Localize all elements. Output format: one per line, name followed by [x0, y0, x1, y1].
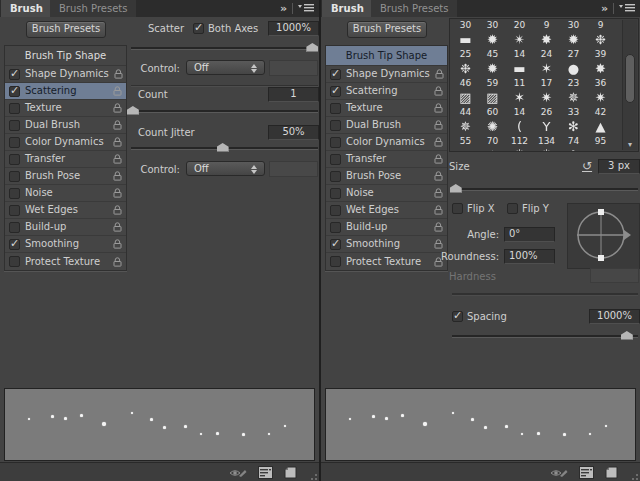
setting-enabled-checkbox[interactable] — [330, 256, 341, 267]
spacing-checkbox[interactable] — [452, 311, 463, 322]
brush-preset-thumbnail[interactable]: ✵ — [452, 118, 479, 135]
settings-item-shape-dynamics[interactable]: Shape Dynamics — [5, 66, 126, 83]
scrollbar-thumb[interactable] — [625, 54, 635, 103]
live-tip-preview-icon[interactable] — [229, 466, 247, 481]
setting-enabled-checkbox[interactable] — [9, 86, 20, 97]
brush-preset-thumbnail[interactable]: ▲ — [587, 118, 614, 135]
settings-item-dual-brush[interactable]: Dual Brush — [326, 117, 447, 134]
brush-preset-thumbnail[interactable]: ✹ — [479, 31, 506, 48]
brush-preset-thumbnail[interactable]: ✴ — [506, 31, 533, 48]
setting-enabled-checkbox[interactable] — [9, 256, 20, 267]
setting-enabled-checkbox[interactable] — [9, 154, 20, 165]
setting-enabled-checkbox[interactable] — [9, 171, 20, 182]
flip-y-checkbox[interactable] — [507, 203, 518, 214]
brush-preset-thumbnail[interactable]: ▨ — [479, 89, 506, 106]
collapse-panels-icon[interactable]: » — [280, 4, 287, 14]
settings-item-transfer[interactable]: Transfer — [326, 151, 447, 168]
brush-preset-thumbnail[interactable]: ❉ — [452, 60, 479, 77]
preset-manager-icon[interactable] — [258, 466, 273, 481]
lock-icon[interactable] — [435, 69, 444, 79]
lock-icon[interactable] — [434, 86, 443, 96]
brush-preset-thumbnail[interactable]: ❉ — [587, 31, 614, 48]
brush-preset-thumbnail[interactable]: ✸ — [533, 31, 560, 48]
angle-value[interactable]: 0° — [504, 227, 555, 242]
settings-item-noise[interactable]: Noise — [326, 185, 447, 202]
brush-presets-button[interactable]: Brush Presets — [26, 21, 106, 38]
settings-item-smoothing[interactable]: Smoothing — [5, 236, 126, 253]
lock-icon[interactable] — [434, 120, 443, 130]
settings-item-scattering[interactable]: Scattering — [5, 83, 126, 100]
setting-enabled-checkbox[interactable] — [9, 205, 20, 216]
brush-preset-thumbnail[interactable]: ✵ — [560, 89, 587, 106]
lock-icon[interactable] — [114, 69, 123, 79]
lock-icon[interactable] — [434, 222, 443, 232]
size-value[interactable]: 3 px — [598, 159, 640, 174]
lock-icon[interactable] — [434, 103, 443, 113]
slider-thumb[interactable] — [127, 106, 139, 115]
settings-item-shape-dynamics[interactable]: Shape Dynamics — [326, 66, 447, 83]
brush-preset-thumbnail[interactable]: ▬ — [452, 31, 479, 48]
setting-enabled-checkbox[interactable] — [9, 239, 20, 250]
setting-enabled-checkbox[interactable] — [9, 137, 20, 148]
create-new-brush-icon[interactable] — [605, 466, 618, 481]
settings-item-noise[interactable]: Noise — [5, 185, 126, 202]
setting-enabled-checkbox[interactable] — [330, 137, 341, 148]
brush-preset-thumbnail[interactable]: Y — [533, 118, 560, 135]
count-jitter-value[interactable]: 50% — [268, 125, 319, 140]
settings-item-color-dynamics[interactable]: Color Dynamics — [5, 134, 126, 151]
lock-icon[interactable] — [434, 205, 443, 215]
lock-icon[interactable] — [113, 154, 122, 164]
lock-icon[interactable] — [113, 137, 122, 147]
settings-item-transfer[interactable]: Transfer — [5, 151, 126, 168]
panel-menu-icon[interactable] — [619, 3, 636, 14]
settings-item-texture[interactable]: Texture — [326, 100, 447, 117]
brush-preset-thumbnail[interactable]: ✺ — [479, 118, 506, 135]
collapse-panels-icon[interactable]: » — [601, 4, 608, 14]
brush-tip-shape-header[interactable]: Brush Tip Shape — [5, 46, 126, 66]
setting-enabled-checkbox[interactable] — [9, 120, 20, 131]
brush-preset-thumbnail[interactable]: ( — [506, 118, 533, 135]
brush-preset-thumbnail[interactable]: ⁂ — [506, 147, 533, 151]
setting-enabled-checkbox[interactable] — [330, 103, 341, 114]
slider-thumb[interactable] — [217, 143, 229, 152]
lock-icon[interactable] — [113, 222, 122, 232]
brush-preset-thumbnail[interactable]: ✹ — [479, 60, 506, 77]
brush-tip-shape-header[interactable]: Brush Tip Shape — [326, 46, 447, 66]
scatter-value[interactable]: 1000% — [268, 21, 319, 36]
setting-enabled-checkbox[interactable] — [330, 188, 341, 199]
settings-item-wet-edges[interactable]: Wet Edges — [5, 202, 126, 219]
size-slider[interactable] — [452, 183, 638, 193]
control-select[interactable]: Off — [186, 60, 265, 75]
brush-preset-thumbnail[interactable]: ▩ — [587, 147, 614, 151]
lock-icon[interactable] — [113, 171, 122, 181]
brush-presets-button[interactable]: Brush Presets — [347, 21, 427, 38]
settings-item-scattering[interactable]: Scattering — [326, 83, 447, 100]
setting-enabled-checkbox[interactable] — [9, 69, 20, 80]
setting-enabled-checkbox[interactable] — [330, 86, 341, 97]
lock-icon[interactable] — [113, 239, 122, 249]
lock-icon[interactable] — [434, 239, 443, 249]
brush-preset-thumbnail[interactable]: ▬ — [506, 60, 533, 77]
brush-preset-thumbnail[interactable]: ⁂ — [533, 147, 560, 151]
setting-enabled-checkbox[interactable] — [330, 120, 341, 131]
count-slider[interactable] — [131, 105, 318, 115]
resize-grip[interactable] — [630, 472, 638, 480]
panel-menu-icon[interactable] — [298, 3, 315, 14]
settings-item-wet-edges[interactable]: Wet Edges — [326, 202, 447, 219]
scatter-slider[interactable] — [131, 42, 318, 52]
brush-preset-thumbnail[interactable]: ✶ — [533, 60, 560, 77]
lock-icon[interactable] — [113, 86, 122, 96]
settings-item-protect-texture[interactable]: Protect Texture — [5, 253, 126, 270]
settings-item-brush-pose[interactable]: Brush Pose — [5, 168, 126, 185]
brush-preset-thumbnail[interactable]: ✶ — [506, 89, 533, 106]
setting-enabled-checkbox[interactable] — [9, 222, 20, 233]
setting-enabled-checkbox[interactable] — [330, 205, 341, 216]
brush-preset-thumbnail[interactable]: ❉ — [479, 147, 506, 151]
brush-preset-thumbnail[interactable]: ✹ — [560, 31, 587, 48]
lock-icon[interactable] — [434, 137, 443, 147]
lock-icon[interactable] — [434, 171, 443, 181]
roundness-value[interactable]: 100% — [504, 249, 555, 264]
brush-preset-thumbnail[interactable]: ✱ — [560, 147, 587, 151]
setting-enabled-checkbox[interactable] — [9, 188, 20, 199]
slider-thumb[interactable] — [306, 43, 318, 52]
